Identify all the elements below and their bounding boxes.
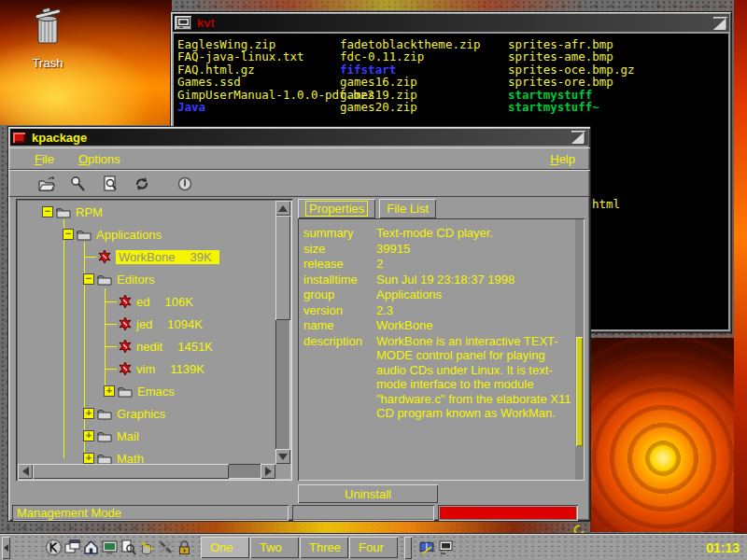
kvt-maximize-button[interactable]	[713, 17, 727, 30]
trash-label: Trash	[15, 56, 80, 70]
find-file-button[interactable]	[100, 173, 120, 195]
tree-vertical-scrollbar[interactable]	[275, 201, 290, 464]
property-row: release 2	[303, 257, 571, 273]
property-value: 2.3	[376, 303, 571, 319]
kvt-titlebar[interactable]: kvt	[173, 14, 729, 32]
scrollbar-thumb[interactable]	[33, 464, 229, 479]
collapse-expander-icon[interactable]	[63, 229, 74, 240]
scroll-down-button[interactable]	[275, 449, 290, 464]
tree-item-jed[interactable]: jed 1094K	[18, 313, 275, 335]
tab-file-list[interactable]: File List	[379, 199, 436, 218]
desktop-button-two[interactable]: Two	[250, 537, 299, 558]
trash-desktop-icon[interactable]: Trash	[15, 7, 80, 70]
package-size: 106K	[164, 295, 192, 309]
tree-item-emacs[interactable]: Emacs	[18, 380, 275, 402]
find-files-icon[interactable]	[119, 537, 137, 559]
file-name: sprites-ame.bmp	[508, 50, 634, 63]
tab-properties[interactable]: Properties	[298, 199, 375, 218]
file-name: fadetoblacktheme.zip	[340, 38, 481, 50]
tree-item-vim[interactable]: vim 1139K	[18, 357, 275, 380]
kvt-app-icon[interactable]	[175, 16, 191, 30]
menu-help[interactable]: Help	[550, 152, 575, 166]
detail-tabs: Properties File List	[298, 199, 585, 218]
help-book-icon[interactable]	[417, 537, 436, 559]
property-key: group	[303, 287, 376, 303]
property-row: summary Text-mode CD player.	[303, 226, 571, 242]
tree-item-rpm[interactable]: RPM	[18, 201, 275, 223]
desktop-settings-icon[interactable]	[137, 537, 156, 559]
reload-button[interactable]	[132, 173, 152, 195]
tree-label: Emacs	[137, 385, 175, 399]
scroll-left-button[interactable]	[18, 464, 33, 479]
file-name: games16.zip	[340, 76, 481, 88]
package-size: 1094K	[167, 317, 203, 331]
scroll-right-button[interactable]	[261, 464, 275, 479]
tree-label: RPM	[76, 205, 103, 219]
package-size: 39K	[190, 250, 211, 264]
kpackage-maximize-button[interactable]	[571, 131, 585, 144]
rpm-package-icon	[98, 250, 111, 263]
uninstall-button[interactable]: Uninstall	[298, 484, 438, 503]
tree-item-graphics[interactable]: Graphics	[18, 402, 275, 425]
kvt-window-title: kvt	[197, 16, 215, 30]
properties-scrollbar[interactable]	[575, 219, 584, 480]
toolbar	[8, 170, 590, 197]
utilities-icon[interactable]	[156, 537, 175, 559]
desktop-button-one[interactable]: One	[201, 537, 249, 558]
panel-divider	[404, 537, 412, 559]
tree-item-mail[interactable]: Mail	[18, 425, 275, 447]
wallpaper-flame-bottom-right	[590, 338, 736, 532]
kpackage-titlebar[interactable]: kpackage	[10, 129, 588, 146]
panel-hide-handle[interactable]	[2, 537, 10, 559]
collapse-expander-icon[interactable]	[83, 273, 94, 285]
expand-expander-icon[interactable]	[83, 430, 94, 441]
tree-label: Graphics	[117, 407, 165, 421]
tree-item-applications[interactable]: Applications	[18, 223, 275, 245]
wallpaper-flame-right-strip	[734, 0, 747, 560]
lock-screen-icon[interactable]	[175, 537, 193, 559]
expand-expander-icon[interactable]	[104, 385, 115, 397]
tree-item-nedit[interactable]: nedit 1451K	[18, 335, 275, 357]
window-menu-button[interactable]	[13, 133, 25, 143]
window-list-icon[interactable]	[63, 537, 81, 559]
property-value: Sun Jul 19 23:18:37 1998	[376, 273, 571, 288]
panel-launchers-right	[417, 537, 455, 559]
file-name: sprites-oce.bmp.gz	[508, 63, 634, 76]
k-menu-icon[interactable]	[44, 537, 63, 559]
desktop-button-four[interactable]: Four	[349, 537, 398, 558]
folder-icon	[56, 206, 71, 218]
menu-options[interactable]: Options	[78, 152, 120, 166]
expand-expander-icon[interactable]	[83, 408, 94, 419]
tree-item-ed[interactable]: ed 106K	[18, 290, 275, 313]
property-key: installtime	[303, 273, 376, 288]
taskbar: One Two Three Four 01:13	[0, 534, 747, 560]
tree-label: Applications	[96, 228, 162, 242]
open-package-button[interactable]	[36, 173, 57, 195]
tree-item-math[interactable]: Math	[18, 447, 275, 464]
scrollbar-thumb[interactable]	[275, 216, 290, 320]
tree-label: Math	[117, 452, 144, 465]
scroll-up-button[interactable]	[275, 201, 290, 216]
scrollbar-thumb[interactable]	[576, 337, 583, 446]
property-value: WorkBone	[376, 318, 571, 334]
desktop-button-three[interactable]: Three	[300, 537, 348, 558]
tree-item-editors[interactable]: Editors	[18, 268, 275, 290]
find-package-button[interactable]	[68, 173, 89, 195]
terminal-launcher-icon[interactable]	[100, 537, 119, 559]
home-icon[interactable]	[81, 537, 100, 559]
tree-horizontal-scrollbar[interactable]	[18, 464, 275, 479]
kvt-taskbar-icon[interactable]	[436, 537, 455, 559]
collapse-expander-icon[interactable]	[42, 206, 53, 217]
package-size: 1139K	[170, 362, 204, 376]
file-name: games19.zip	[340, 89, 481, 101]
tree-label: Mail	[117, 429, 139, 443]
tree-item-workbone-selected[interactable]: WorkBone 39K	[18, 245, 275, 268]
property-key: name	[303, 318, 376, 334]
tree-label: jed	[136, 317, 152, 331]
menu-file[interactable]: File	[35, 152, 54, 166]
status-bar-mode: Management Mode	[12, 505, 289, 521]
exit-button[interactable]	[175, 173, 195, 195]
expand-expander-icon[interactable]	[83, 453, 94, 464]
folder-icon	[97, 430, 112, 442]
property-row: version 2.3	[303, 303, 571, 319]
